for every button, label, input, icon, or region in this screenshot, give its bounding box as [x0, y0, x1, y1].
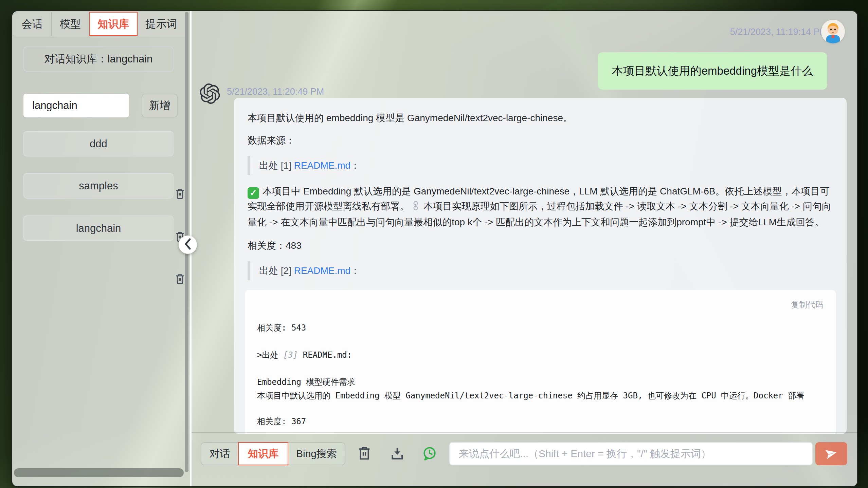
code-line: 本项目中默认选用的 Embedding 模型 GanymedeNil/text2…: [257, 389, 824, 402]
source-blockquote: 出处 [2] README.md：: [248, 261, 833, 280]
check-icon: ✓: [248, 187, 259, 199]
delete-kb-icon[interactable]: [174, 274, 186, 285]
kb-current-label: 对话知识库：langchain: [23, 46, 174, 72]
sidebar: 会话 模型 知识库 提示词 对话知识库：langchain 新增 ddd sam…: [12, 11, 192, 486]
paper-plane-icon: [825, 447, 838, 461]
assistant-paragraph: ✓本项目中 Embedding 默认选用的是 GanymedeNil/text2…: [248, 184, 833, 229]
user-avatar: [821, 20, 845, 43]
code-line: >出处 [3] README.md:: [257, 348, 824, 362]
tab-knowledge-base[interactable]: 知识库: [89, 12, 138, 36]
source-blockquote: 出处 [1] README.md：: [248, 156, 833, 175]
sidebar-horizontal-scrollbar[interactable]: [14, 468, 184, 477]
send-button[interactable]: [815, 442, 847, 465]
source-suffix: ：: [350, 265, 360, 276]
code-text: >出处: [257, 350, 283, 360]
sidebar-tab-bar: 会话 模型 知识库 提示词: [13, 12, 185, 36]
sidebar-collapse-button[interactable]: [179, 236, 197, 254]
kb-name-input[interactable]: [23, 94, 129, 117]
user-message-timestamp: 5/21/2023, 11:19:14 PM: [730, 27, 827, 37]
readme-link[interactable]: README.md: [294, 160, 350, 171]
delete-kb-icon[interactable]: [174, 188, 186, 200]
assistant-message-card: 本项目默认使用的 embedding 模型是 GanymedeNil/text2…: [234, 98, 847, 434]
mode-bing-search[interactable]: Bing搜索: [288, 442, 345, 465]
mode-switcher: 对话 知识库 Bing搜索: [201, 442, 345, 465]
user-message-text: 本项目默认使用的embedding模型是什么: [612, 63, 813, 79]
kb-list-item[interactable]: langchain: [23, 215, 174, 241]
mode-chat[interactable]: 对话: [201, 442, 239, 465]
source-prefix: 出处 [2]: [259, 265, 294, 276]
copy-code-button[interactable]: 复制代码: [791, 298, 824, 312]
chain-icon: [411, 200, 421, 215]
kb-list-item[interactable]: ddd: [23, 131, 174, 156]
tab-prompts[interactable]: 提示词: [138, 12, 185, 36]
code-text: README.md:: [298, 350, 352, 360]
user-message-bubble: 本项目默认使用的embedding模型是什么: [598, 52, 827, 90]
source-prefix: 出处 [1]: [259, 160, 294, 171]
mode-knowledge-base[interactable]: 知识库: [238, 442, 288, 465]
code-ref: [3]: [283, 350, 298, 360]
openai-logo-icon: [200, 83, 220, 104]
code-line: 相关度: 367: [257, 415, 824, 428]
assistant-paragraph: 数据来源：: [248, 134, 833, 147]
tab-model[interactable]: 模型: [51, 12, 89, 36]
chevron-left-icon: [184, 238, 192, 251]
desktop-background: 会话 模型 知识库 提示词 对话知识库：langchain 新增 ddd sam…: [0, 0, 868, 488]
kb-list-item[interactable]: samples: [23, 173, 174, 199]
readme-link[interactable]: README.md: [294, 265, 350, 276]
relevance-text: 相关度：483: [248, 239, 833, 252]
export-download-icon[interactable]: [390, 446, 405, 462]
assistant-message-timestamp: 5/21/2023, 11:20:49 PM: [227, 87, 324, 97]
tab-conversation[interactable]: 会话: [13, 12, 51, 36]
code-block: 复制代码 相关度: 543 >出处 [3] README.md: Embeddi…: [245, 290, 836, 434]
assistant-paragraph: 本项目默认使用的 embedding 模型是 GanymedeNil/text2…: [248, 111, 833, 125]
clear-history-trash-icon[interactable]: [357, 446, 372, 462]
bottom-toolbar: 对话 知识库 Bing搜索: [190, 432, 857, 486]
add-kb-button[interactable]: 新增: [142, 94, 178, 117]
code-line: Embedding 模型硬件需求: [257, 375, 824, 389]
code-line: 相关度: 543: [257, 321, 824, 335]
history-clock-icon[interactable]: [422, 446, 437, 462]
app-window: 会话 模型 知识库 提示词 对话知识库：langchain 新增 ddd sam…: [11, 10, 858, 487]
message-input[interactable]: [449, 442, 813, 465]
source-suffix: ：: [350, 160, 360, 171]
